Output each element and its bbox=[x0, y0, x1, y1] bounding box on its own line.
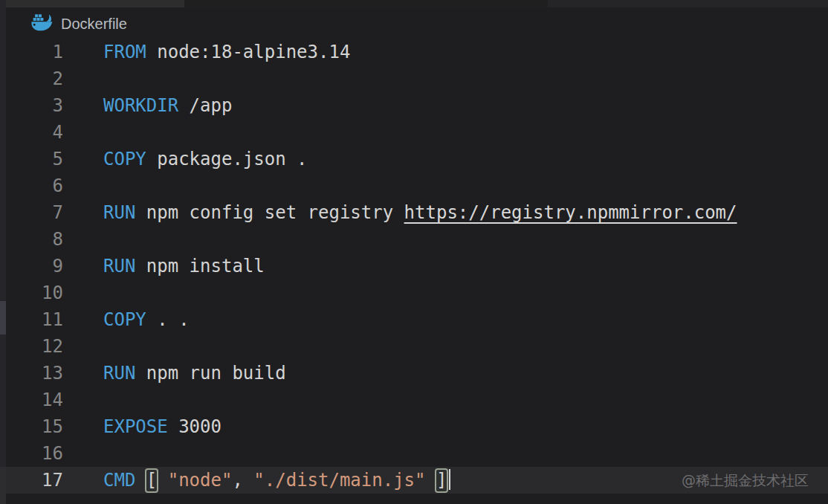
text-token: npm run build bbox=[135, 363, 285, 384]
keyword-token: CMD bbox=[103, 470, 135, 491]
bracket-match: [ bbox=[146, 470, 157, 491]
text-token: , bbox=[232, 470, 253, 491]
text-token: . . bbox=[146, 309, 190, 330]
keyword-token: EXPOSE bbox=[103, 416, 168, 437]
text-token: /app bbox=[178, 95, 232, 116]
editor-window: Dockerfile 1FROM node:18-alpine3.1423WOR… bbox=[0, 0, 828, 504]
code-line-15[interactable]: 15EXPOSE 3000 bbox=[6, 413, 828, 440]
line-number[interactable]: 1 bbox=[6, 39, 63, 65]
line-content[interactable]: WORKDIR /app bbox=[103, 92, 232, 119]
code-line-7[interactable]: 7RUN npm config set registry https://reg… bbox=[6, 199, 828, 226]
line-number[interactable]: 12 bbox=[6, 333, 63, 360]
code-line-1[interactable]: 1FROM node:18-alpine3.14 bbox=[6, 39, 828, 65]
line-number[interactable]: 14 bbox=[6, 387, 63, 413]
bracket-match: ] bbox=[436, 470, 447, 491]
text-token bbox=[135, 470, 146, 491]
code-line-8[interactable]: 8 bbox=[6, 226, 828, 253]
line-number[interactable]: 11 bbox=[6, 306, 63, 333]
code-line-16[interactable]: 16 bbox=[6, 440, 828, 467]
code-line-13[interactable]: 13RUN npm run build bbox=[6, 360, 828, 387]
text-token: npm install bbox=[135, 256, 264, 277]
line-number[interactable]: 3 bbox=[6, 92, 63, 119]
code-line-11[interactable]: 11COPY . . bbox=[6, 306, 828, 333]
line-number[interactable]: 15 bbox=[6, 413, 63, 440]
tabstrip-background bbox=[184, 0, 548, 7]
text-token: 3000 bbox=[168, 416, 221, 437]
text-token: node:18-alpine3.14 bbox=[146, 42, 351, 62]
code-lines: 1FROM node:18-alpine3.1423WORKDIR /app45… bbox=[6, 39, 828, 494]
text-token: npm config set registry bbox=[135, 202, 404, 223]
url-link[interactable]: https://registry.npmmirror.com/ bbox=[404, 202, 737, 223]
line-content[interactable]: RUN npm install bbox=[103, 253, 265, 280]
keyword-token: COPY bbox=[103, 149, 146, 169]
left-edge-strip bbox=[0, 0, 6, 504]
keyword-token: RUN bbox=[103, 256, 135, 277]
tab-dockerfile[interactable]: Dockerfile bbox=[30, 10, 127, 37]
line-number[interactable]: 13 bbox=[6, 360, 63, 387]
text-token bbox=[426, 470, 436, 491]
line-number[interactable]: 16 bbox=[6, 440, 63, 467]
line-content[interactable]: COPY package.json . bbox=[103, 146, 308, 172]
left-strip-highlight bbox=[0, 467, 6, 504]
line-number[interactable]: 9 bbox=[6, 253, 63, 280]
keyword-token: RUN bbox=[103, 202, 135, 223]
string-token: "./dist/main.js" bbox=[253, 470, 425, 491]
code-line-4[interactable]: 4 bbox=[6, 119, 828, 146]
watermark: @稀土掘金技术社区 bbox=[682, 467, 809, 494]
keyword-token: COPY bbox=[103, 309, 146, 330]
keyword-token: FROM bbox=[103, 42, 146, 62]
line-content[interactable]: CMD [ "node", "./dist/main.js" ] bbox=[103, 467, 450, 494]
code-line-2[interactable]: 2 bbox=[6, 65, 828, 92]
line-number[interactable]: 2 bbox=[6, 65, 63, 92]
line-number[interactable]: 4 bbox=[6, 119, 63, 146]
code-line-9[interactable]: 9RUN npm install bbox=[6, 253, 828, 280]
line-content[interactable]: RUN npm config set registry https://regi… bbox=[103, 199, 737, 226]
line-content[interactable]: EXPOSE 3000 bbox=[103, 413, 221, 440]
tabstrip-right-panel-sliver bbox=[548, 0, 828, 7]
text-token: package.json . bbox=[146, 149, 308, 169]
line-number[interactable]: 7 bbox=[6, 199, 63, 226]
code-line-14[interactable]: 14 bbox=[6, 387, 828, 413]
tab-label: Dockerfile bbox=[61, 16, 127, 33]
line-number[interactable]: 5 bbox=[6, 146, 63, 172]
line-number[interactable]: 6 bbox=[6, 172, 63, 199]
tab-strip bbox=[6, 0, 828, 7]
line-content[interactable]: RUN npm run build bbox=[103, 360, 286, 387]
docker-whale-icon bbox=[30, 13, 53, 36]
line-number[interactable]: 10 bbox=[6, 280, 63, 306]
code-line-3[interactable]: 3WORKDIR /app bbox=[6, 92, 828, 119]
line-content[interactable]: COPY . . bbox=[103, 306, 190, 333]
text-cursor bbox=[449, 469, 450, 490]
keyword-token: WORKDIR bbox=[103, 95, 178, 116]
active-tab-sliver bbox=[6, 0, 184, 7]
line-number[interactable]: 8 bbox=[6, 226, 63, 253]
line-content[interactable]: FROM node:18-alpine3.14 bbox=[103, 39, 350, 65]
keyword-token: RUN bbox=[103, 363, 135, 384]
string-token: "node" bbox=[168, 470, 233, 491]
text-token bbox=[157, 470, 167, 491]
code-line-12[interactable]: 12 bbox=[6, 333, 828, 360]
code-line-5[interactable]: 5COPY package.json . bbox=[6, 146, 828, 172]
line-number[interactable]: 17 bbox=[6, 467, 63, 494]
code-line-10[interactable]: 10 bbox=[6, 280, 828, 306]
code-line-6[interactable]: 6 bbox=[6, 172, 828, 199]
scrollbar-thumb[interactable] bbox=[0, 301, 6, 335]
